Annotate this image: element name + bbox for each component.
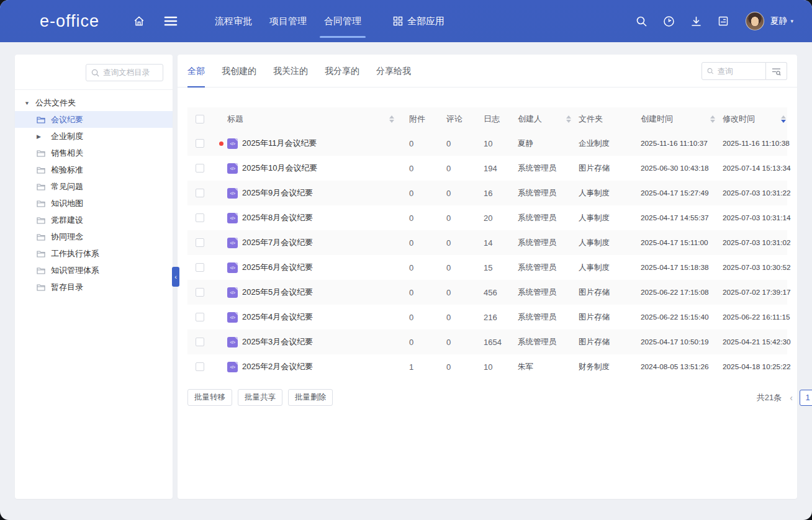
tree-item[interactable]: ▶ 工作执行体系	[15, 245, 173, 262]
pagination: 共21条 ‹ 1	[757, 390, 812, 406]
tab-label: 分享给我	[376, 66, 411, 76]
tree-item[interactable]: ▶ 知识地图	[15, 195, 173, 212]
app-logo[interactable]: e-office	[40, 12, 99, 31]
document-title-link[interactable]: 2025年2月会议纪要	[242, 361, 313, 372]
filter-tab[interactable]: 分享给我	[376, 55, 411, 87]
document-icon: </>	[227, 163, 238, 174]
batch-action-button[interactable]: 批量共享	[238, 389, 282, 406]
sort-creator-icon[interactable]	[566, 115, 571, 123]
select-all-checkbox[interactable]	[196, 115, 204, 123]
document-title-link[interactable]: 2025年6月会议纪要	[242, 262, 313, 273]
batch-action-button[interactable]: 批量删除	[288, 389, 333, 406]
user-avatar[interactable]	[746, 12, 764, 30]
row-checkbox[interactable]	[196, 288, 204, 297]
folder-icon	[37, 217, 45, 224]
download-icon[interactable]	[690, 16, 702, 27]
filter-tab[interactable]: 我关注的	[273, 55, 308, 87]
logs-count: 20	[484, 213, 518, 223]
tree-root-public-folder[interactable]: ▼ 公共文件夹	[15, 94, 173, 111]
current-page-button[interactable]: 1	[800, 390, 812, 406]
row-checkbox[interactable]	[196, 362, 204, 371]
filter-tabs: 全部 我创建的 我关注的 我分享的 分享给我	[187, 55, 428, 87]
row-checkbox[interactable]	[196, 189, 204, 197]
folder-search-input[interactable]	[103, 68, 158, 77]
tree-item[interactable]: ▶ 常见问题	[15, 178, 173, 195]
document-title-link[interactable]: 2025年3月会议纪要	[242, 336, 313, 347]
sidebar-collapse-handle[interactable]: ‹	[172, 267, 179, 287]
creator-name: 系统管理员	[518, 337, 579, 347]
modified-time: 2025-07-03 10:31:22	[723, 189, 787, 197]
home-icon[interactable]	[133, 15, 145, 27]
document-icon: </>	[227, 262, 238, 273]
logs-count: 1654	[484, 338, 518, 347]
folder-sidebar: ▼ 公共文件夹 ▶ 会议纪要 ▶	[15, 55, 173, 499]
row-checkbox[interactable]	[196, 338, 204, 346]
prev-page-button[interactable]: ‹	[790, 393, 793, 403]
tree-item-label: 工作执行体系	[51, 248, 99, 259]
created-time: 2025-04-17 10:50:19	[641, 338, 723, 346]
row-checkbox[interactable]	[196, 139, 204, 148]
nav-item[interactable]: 项目管理	[266, 0, 310, 42]
folder-icon	[37, 233, 45, 241]
document-title-link[interactable]: 2025年7月会议纪要	[242, 237, 313, 248]
table-row: </> 2025年6月会议纪要 0 0 15 系统管理员 人事制度 2025-0…	[187, 255, 787, 280]
document-title-link[interactable]: 2025年4月会议纪要	[242, 312, 313, 323]
modified-time: 2025-04-18 10:25:22	[723, 362, 787, 371]
all-apps-label: 全部应用	[407, 16, 444, 27]
folder-name: 人事制度	[579, 238, 641, 248]
row-checkbox[interactable]	[196, 238, 204, 247]
document-title-link[interactable]: 2025年8月会议纪要	[242, 212, 313, 223]
tree-item[interactable]: ▶ 协同理念	[15, 228, 173, 245]
folder-name: 企业制度	[579, 138, 641, 149]
nav-item[interactable]: 合同管理	[321, 0, 364, 42]
attachments-count: 0	[409, 338, 446, 347]
search-icon[interactable]	[636, 16, 647, 27]
tree-item[interactable]: ▶ 企业制度	[15, 128, 173, 145]
clock-icon[interactable]	[663, 16, 675, 27]
document-title-link[interactable]: 2025年11月会议纪要	[242, 138, 317, 149]
tree-item[interactable]: ▶ 销售相关	[15, 145, 173, 161]
batch-action-button[interactable]: 批量转移	[187, 389, 232, 406]
table-footer: 批量转移 批量共享 批量删除 共21条 ‹ 1	[187, 389, 787, 406]
filter-tab[interactable]: 我分享的	[325, 55, 359, 87]
advanced-search-button[interactable]	[766, 62, 787, 80]
nav-item[interactable]: 流程审批	[212, 0, 255, 42]
table-row: </> 2025年5月会议纪要 0 0 456 系统管理员 图片存储 2025-…	[187, 280, 787, 305]
logs-count: 10	[484, 362, 518, 372]
table-header: 标题 附件 评论 日志 创建人 文件夹 创建时间 修改时间	[187, 107, 787, 131]
document-title-link[interactable]: 2025年9月会议纪要	[242, 187, 313, 199]
sort-title-icon[interactable]	[389, 115, 394, 123]
filter-tab[interactable]: 我创建的	[222, 55, 256, 87]
row-checkbox[interactable]	[196, 313, 204, 321]
memo-icon[interactable]	[718, 16, 729, 27]
all-apps-button[interactable]: 全部应用	[393, 16, 444, 27]
list-search-box	[701, 62, 766, 80]
created-time: 2025-04-17 15:18:38	[641, 263, 723, 272]
row-checkbox[interactable]	[196, 213, 204, 222]
filter-tab[interactable]: 全部	[187, 55, 205, 87]
sort-created-icon[interactable]	[710, 115, 715, 123]
sort-modified-icon[interactable]	[781, 115, 786, 123]
tree-item[interactable]: ▶ 会议纪要	[15, 111, 173, 128]
col-header-created: 创建时间	[641, 114, 673, 125]
modified-time: 2025-11-16 11:10:38	[723, 139, 787, 148]
tree-item[interactable]: ▶ 党群建设	[15, 212, 173, 228]
tree-item[interactable]: ▶ 暂存目录	[15, 279, 173, 295]
document-title-link[interactable]: 2025年5月会议纪要	[242, 287, 313, 298]
tree-item[interactable]: ▶ 知识管理体系	[15, 262, 173, 279]
document-title-link[interactable]: 2025年10月会议纪要	[242, 163, 317, 174]
table-row: </> 2025年7月会议纪要 0 0 14 系统管理员 人事制度 2025-0…	[187, 230, 787, 255]
user-menu[interactable]: 夏静 ▾	[770, 16, 793, 27]
row-checkbox[interactable]	[196, 164, 204, 173]
modified-time: 2025-07-03 10:30:52	[723, 263, 787, 272]
menu-icon[interactable]	[164, 16, 178, 27]
tree-item[interactable]: ▶ 检验标准	[15, 161, 173, 178]
modified-time: 2025-06-22 16:11:15	[723, 313, 787, 321]
row-checkbox[interactable]	[196, 263, 204, 272]
user-name-label: 夏静	[770, 16, 787, 27]
tree-item-label: 企业制度	[51, 131, 83, 142]
table-row: </> 2025年3月会议纪要 0 0 1654 系统管理员 图片存储 2025…	[187, 329, 787, 354]
list-search-input[interactable]	[718, 67, 761, 76]
sidebar-search-area	[15, 55, 173, 90]
folder-name: 图片存储	[579, 163, 641, 174]
